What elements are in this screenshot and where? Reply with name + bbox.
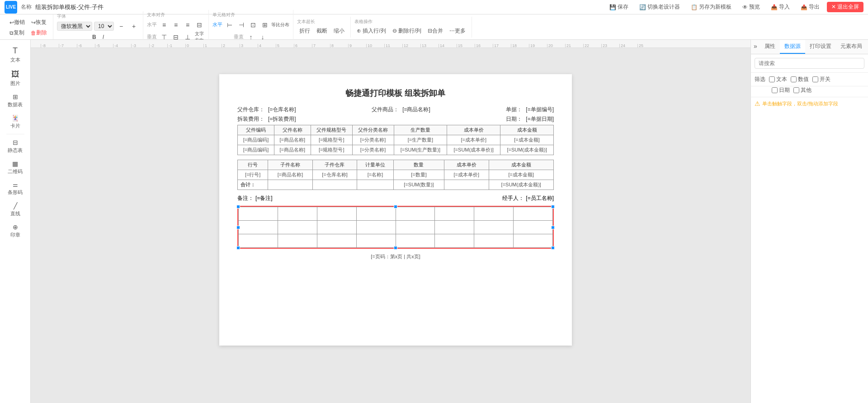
redo-button[interactable]: ↪ 恢复 — [29, 18, 49, 27]
filter-date-checkbox[interactable]: 日期 — [772, 86, 790, 94]
child-col-total-cost: 成本金额 — [489, 160, 553, 170]
tab-datasource[interactable]: 数据源 — [780, 40, 805, 54]
handle-bottom-middle[interactable] — [394, 246, 397, 250]
sidebar-item-static-table[interactable]: ⊟ 静态表 — [3, 136, 28, 156]
align-left-button[interactable]: ≡ — [159, 19, 170, 30]
handle-top-middle[interactable] — [394, 205, 397, 209]
handler-label: 经手人： — [502, 194, 524, 202]
align-center-button[interactable]: ≡ — [170, 19, 181, 30]
save-as-template-button[interactable]: 📋 另存为新模板 — [687, 2, 735, 12]
handle-middle-right[interactable] — [551, 226, 555, 229]
sidebar-item-text[interactable]: T 文本 — [3, 43, 28, 66]
preview-button[interactable]: 👁 预览 — [739, 2, 764, 12]
title-label: 名称 — [21, 3, 32, 11]
table-row — [239, 221, 553, 234]
undo-button[interactable]: ↩ 撤销 — [7, 18, 27, 27]
text-align-section: 文本对齐 水平 ≡ ≡ ≡ ⊟ 垂直 ⊤ ⊟ ⊥ 文字方向 — [143, 10, 209, 44]
line-icon: ╱ — [14, 202, 17, 209]
filter-number-checkbox[interactable]: 数值 — [791, 76, 809, 83]
align-right-button[interactable]: ≡ — [182, 19, 193, 30]
sidebar-item-line[interactable]: ╱ 直线 — [3, 199, 28, 220]
import-button[interactable]: 📥 导入 — [767, 2, 793, 12]
sidebar-item-qrcode[interactable]: ▦ 二维码 — [3, 157, 28, 178]
right-panel-tabs: » 属性 数据源 打印设置 元素布局 — [751, 40, 868, 54]
tab-properties[interactable]: 属性 — [760, 40, 780, 54]
table-row — [239, 207, 553, 221]
cell-align-right-button[interactable]: ⊡ — [248, 19, 259, 30]
cell-align-center-button[interactable]: ⊣ — [236, 19, 247, 30]
switch-designer-button[interactable]: 🔄 切换老设计器 — [636, 2, 684, 12]
wrap-button[interactable]: 折行 — [297, 26, 312, 36]
static-table-icon: ⊟ — [13, 139, 18, 146]
filter-label: 筛选 — [755, 76, 765, 83]
horizontal-ruler: -8 -7 -6 -5 -4 -3 -2 -1 0 1 2 3 4 5 6 7 … — [31, 40, 750, 48]
handle-bottom-left[interactable] — [236, 246, 240, 250]
sidebar-item-barcode[interactable]: ⚌ 条形码 — [3, 179, 28, 199]
cut-button[interactable]: 截断 — [314, 26, 330, 36]
insert-row-col-button[interactable]: ⊕ 插入行/列 — [354, 26, 388, 36]
font-section: 字体 微软雅黑 10 − + B I — [53, 11, 143, 43]
exit-fullscreen-button[interactable]: ✕ 退出全屏 — [827, 2, 863, 12]
search-input[interactable] — [755, 58, 864, 69]
filter-other-checkbox[interactable]: 其他 — [793, 86, 811, 94]
parent-col-category: 父件分类名称 — [352, 125, 394, 135]
selected-static-table[interactable] — [237, 206, 554, 249]
parent-col-qty: 生产数量 — [394, 125, 447, 135]
handle-bottom-right[interactable] — [551, 246, 555, 250]
selected-inner-table — [238, 207, 553, 248]
sidebar-label-line: 直线 — [10, 210, 20, 217]
sidebar-item-datatable[interactable]: ⊞ 数据表 — [3, 90, 28, 111]
sidebar-separator — [6, 134, 24, 134]
copy-button[interactable]: ⧉ 复制 — [7, 28, 27, 38]
parent-data-row: [=商品编码] [=商品名称] [=规格型号] [=分类名称] [=生产数量] … — [238, 135, 554, 145]
merge-button[interactable]: ⊟ 合并 — [425, 26, 445, 36]
sidebar-label-barcode: 条形码 — [8, 189, 23, 196]
search-area — [751, 54, 868, 73]
increase-font-button[interactable]: + — [128, 21, 139, 32]
canvas-area[interactable]: -8 -7 -6 -5 -4 -3 -2 -1 0 1 2 3 4 5 6 7 … — [31, 40, 750, 403]
canvas-page: 畅捷通打印模板 组装拆卸单 父件仓库： [=仓库名称] 父件商品： [=商品名称… — [219, 74, 572, 346]
export-button[interactable]: 📤 导出 — [797, 2, 823, 12]
filter-row2: 日期 其他 — [751, 86, 868, 97]
page-title: 畅捷通打印模板 组装拆卸单 — [237, 88, 554, 99]
handle-top-right[interactable] — [551, 205, 555, 209]
sidebar-label-qrcode: 二维码 — [8, 168, 23, 175]
card-icon: 🃏 — [11, 114, 19, 122]
font-size-select[interactable]: 10 — [94, 22, 114, 31]
save-button[interactable]: 💾 保存 — [606, 2, 632, 12]
parent-col-code: 父件编码 — [238, 125, 274, 135]
sidebar-item-card[interactable]: 🃏 卡片 — [3, 112, 28, 132]
tab-element-layout[interactable]: 元素布局 — [836, 40, 867, 54]
sidebar-item-image[interactable]: 🖼 图片 — [3, 67, 28, 90]
sidebar-item-stamp[interactable]: ⊕ 印章 — [3, 221, 28, 241]
sidebar-label-text: 文本 — [10, 57, 20, 63]
note-label: 备注： — [237, 194, 254, 202]
title-name: 组装拆卸单模板-父件·子件 — [35, 3, 104, 11]
barcode-icon: ⚌ — [13, 181, 18, 188]
child-col-name: 子件名称 — [268, 160, 312, 170]
sidebar-label-stamp: 印章 — [10, 232, 20, 238]
shrink-small-button[interactable]: 缩小 — [331, 26, 347, 36]
child-table: 行号 子件名称 子件仓库 计量单位 数量 成本单价 成本金额 [=行号] [=商 — [237, 160, 554, 190]
cell-distribute-button[interactable]: ⊞ — [259, 19, 270, 30]
align-justify-button[interactable]: ⊟ — [194, 19, 205, 30]
decrease-font-button[interactable]: − — [116, 21, 127, 32]
cell-align-left-button[interactable]: ⊢ — [224, 19, 235, 30]
qrcode-icon: ▦ — [12, 160, 18, 167]
font-family-select[interactable]: 微软雅黑 — [57, 22, 92, 31]
child-col-warehouse: 子件仓库 — [312, 160, 357, 170]
parent-col-total-cost: 成本金额 — [500, 125, 554, 135]
filter-text-checkbox[interactable]: 文本 — [769, 76, 787, 83]
tab-print-settings[interactable]: 打印设置 — [805, 40, 836, 54]
handle-top-left[interactable] — [236, 205, 240, 209]
delete-row-col-button[interactable]: ⊖ 删除行/列 — [390, 26, 424, 36]
delete-button[interactable]: 🗑 删除 — [28, 28, 49, 38]
handle-middle-left[interactable] — [236, 226, 240, 229]
text-long-section: 文本超长 折行 截断 缩小 — [293, 17, 351, 38]
filter-row: 筛选 文本 数值 开关 — [751, 73, 868, 86]
more-button[interactable]: ⋯ 更多 — [447, 26, 468, 36]
filter-switch-checkbox[interactable]: 开关 — [812, 76, 830, 83]
text-icon: T — [13, 46, 18, 56]
collapse-icon[interactable]: » — [751, 40, 760, 54]
child-col-qty: 数量 — [393, 160, 444, 170]
